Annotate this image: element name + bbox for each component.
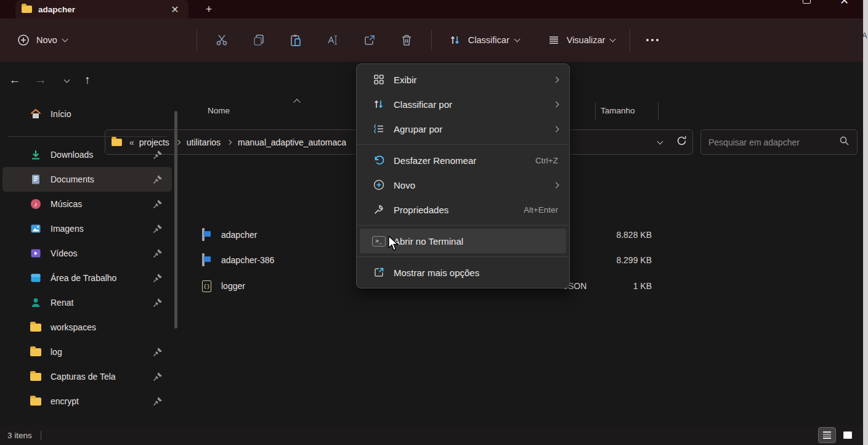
folder-icon	[30, 395, 42, 407]
menu-item-classificar-por[interactable]: Classificar por	[360, 92, 566, 116]
application-icon	[202, 255, 214, 267]
menu-separator	[357, 225, 569, 226]
sidebar-item-label: Início	[51, 109, 71, 119]
submenu-chevron-icon	[553, 101, 559, 107]
cut-icon[interactable]	[214, 33, 229, 47]
sort-arrows-icon	[448, 33, 463, 47]
download-icon	[30, 149, 42, 161]
user-icon	[30, 296, 42, 309]
file-name: adapcher-386	[221, 255, 274, 265]
background-window-edge: A	[863, 0, 868, 445]
context-menu: Exibir Classificar por Agrupar por Desfa…	[356, 63, 570, 288]
picture-icon	[30, 222, 42, 235]
explorer-tab[interactable]: adapcher ✕	[15, 0, 189, 18]
menu-item-agrupar-por[interactable]: Agrupar por	[360, 116, 566, 141]
rename-icon[interactable]	[325, 33, 340, 47]
sidebar-item-encrypt[interactable]: encrypt	[2, 389, 172, 414]
sidebar-item-downloads[interactable]: Downloads	[2, 142, 172, 167]
sidebar-item-documents[interactable]: Documents	[2, 167, 172, 192]
sidebar-item-label: Músicas	[51, 199, 82, 209]
maximize-icon[interactable]	[803, 0, 811, 4]
file-name: adapcher	[221, 230, 257, 240]
sidebar-item-capturas-de-tela[interactable]: Capturas de Tela	[2, 364, 172, 389]
sidebar-item-musicas[interactable]: ♪ Músicas	[2, 192, 172, 216]
up-icon[interactable]: ↑	[78, 70, 97, 90]
json-file-icon: {}	[202, 280, 214, 293]
status-bar: 3 itens	[0, 425, 863, 445]
sidebar-item-label: workspaces	[51, 322, 96, 332]
status-divider	[41, 431, 41, 440]
share-icon[interactable]	[362, 33, 377, 47]
menu-item-label: Exibir	[394, 75, 554, 85]
menu-item-propriedades[interactable]: Propriedades Alt+Enter	[360, 197, 566, 222]
sidebar-item-videos[interactable]: Vídeos	[2, 241, 172, 266]
sidebar-item-renat[interactable]: Renat	[2, 290, 172, 315]
plus-circle-icon	[16, 33, 31, 47]
menu-item-desfazer-renomear[interactable]: Desfazer Renomear Ctrl+Z	[360, 148, 566, 173]
sidebar-item-label: Downloads	[51, 150, 93, 160]
menu-item-mostrar-mais-opcoes[interactable]: Mostrar mais opções	[360, 260, 566, 285]
see-more-icon[interactable]	[646, 39, 659, 41]
pin-icon	[152, 272, 163, 284]
paste-icon[interactable]	[288, 33, 303, 47]
chevron-down-icon	[610, 36, 616, 42]
recent-locations-chevron-icon[interactable]	[57, 70, 76, 90]
title-bar: adapcher ✕ + ✕	[0, 0, 863, 18]
sidebar-scrollbar[interactable]	[174, 111, 177, 329]
sidebar-item-inicio[interactable]: Início	[2, 102, 172, 126]
expand-options-icon	[371, 265, 386, 280]
column-divider[interactable]	[658, 102, 659, 120]
toolbar-divider	[630, 30, 630, 51]
menu-item-label: Abrir no Terminal	[394, 236, 558, 247]
sidebar-item-imagens[interactable]: Imagens	[2, 216, 172, 241]
menu-item-exibir[interactable]: Exibir	[360, 67, 566, 92]
document-icon	[30, 173, 42, 186]
tab-close-icon[interactable]: ✕	[168, 2, 182, 16]
column-header-name[interactable]: Nome	[208, 106, 230, 115]
toolbar-divider	[197, 30, 197, 51]
sort-ascending-icon	[293, 99, 300, 105]
view-button-label: Visualizar	[567, 35, 606, 45]
home-icon	[30, 108, 42, 120]
sidebar-item-area-de-trabalho[interactable]: Área de Trabalho	[2, 266, 172, 290]
sidebar-item-label: Capturas de Tela	[51, 372, 116, 382]
column-header-size[interactable]: Tamanho	[601, 106, 635, 115]
undo-icon	[371, 153, 386, 168]
folder-icon	[30, 370, 42, 383]
pin-icon	[152, 371, 163, 382]
grid-icon	[371, 72, 386, 87]
copy-icon[interactable]	[251, 33, 266, 47]
command-bar: Novo	[0, 18, 863, 62]
back-icon[interactable]: ←	[5, 70, 25, 90]
sidebar-item-label: encrypt	[51, 396, 79, 406]
video-icon	[30, 247, 42, 259]
delete-icon[interactable]	[399, 33, 414, 47]
wrench-icon	[371, 202, 386, 217]
sidebar-item-label: Imagens	[51, 224, 84, 234]
large-icons-view-button[interactable]	[839, 428, 856, 443]
plus-circle-icon	[371, 178, 386, 192]
pin-icon	[152, 346, 163, 357]
mouse-cursor-icon	[388, 236, 402, 255]
chevron-down-icon	[514, 36, 520, 42]
sidebar-item-log[interactable]: log	[2, 340, 172, 364]
navigation-pane: Início Downloads Documents ♪ M	[0, 99, 174, 425]
menu-item-novo[interactable]: Novo	[360, 173, 566, 197]
desktop-icon	[30, 272, 42, 284]
menu-item-label: Novo	[394, 180, 554, 190]
sidebar-separator	[7, 136, 167, 137]
sidebar-item-label: Documents	[51, 174, 94, 184]
window-close-icon[interactable]: ✕	[840, 0, 849, 7]
sort-button[interactable]: Classificar	[442, 28, 525, 52]
tab-folder-icon	[22, 6, 32, 13]
edge-partial-text: A	[863, 31, 867, 40]
view-button[interactable]: Visualizar	[540, 28, 622, 52]
new-tab-button[interactable]: +	[201, 1, 217, 17]
details-view-button[interactable]	[819, 428, 835, 443]
new-button[interactable]: Novo	[10, 28, 73, 52]
pin-icon	[152, 174, 163, 185]
new-button-label: Novo	[36, 35, 57, 45]
sidebar-item-workspaces[interactable]: workspaces	[2, 315, 172, 340]
forward-icon[interactable]: →	[31, 70, 51, 90]
column-divider[interactable]	[595, 102, 596, 120]
